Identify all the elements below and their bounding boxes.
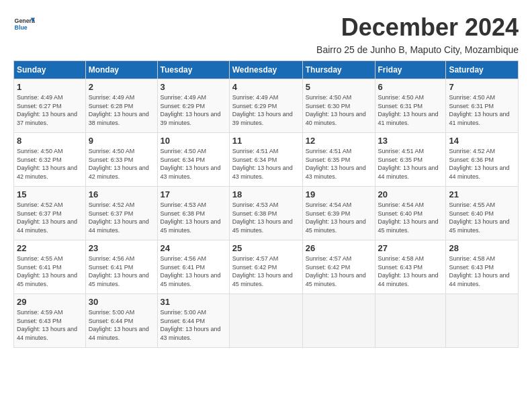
day-number: 29 bbox=[17, 297, 83, 307]
calendar-cell: 29Sunrise: 4:59 AMSunset: 6:43 PMDayligh… bbox=[14, 294, 86, 348]
calendar-table: SundayMondayTuesdayWednesdayThursdayFrid… bbox=[13, 60, 519, 348]
day-number: 17 bbox=[161, 189, 226, 199]
calendar-week-row: 8Sunrise: 4:50 AMSunset: 6:32 PMDaylight… bbox=[14, 133, 519, 187]
calendar-cell: 22Sunrise: 4:55 AMSunset: 6:41 PMDayligh… bbox=[14, 240, 86, 294]
calendar-cell: 25Sunrise: 4:57 AMSunset: 6:42 PMDayligh… bbox=[229, 240, 302, 294]
calendar-cell: 21Sunrise: 4:55 AMSunset: 6:40 PMDayligh… bbox=[446, 187, 519, 240]
day-info: Sunrise: 4:50 AMSunset: 6:31 PMDaylight:… bbox=[449, 93, 515, 127]
day-number: 5 bbox=[306, 82, 372, 92]
day-number: 14 bbox=[449, 136, 515, 146]
calendar-cell: 14Sunrise: 4:52 AMSunset: 6:36 PMDayligh… bbox=[446, 133, 519, 187]
calendar-cell: 4Sunrise: 4:49 AMSunset: 6:29 PMDaylight… bbox=[229, 79, 302, 133]
day-number: 9 bbox=[89, 136, 154, 146]
day-info: Sunrise: 4:54 AMSunset: 6:39 PMDaylight:… bbox=[306, 201, 372, 234]
calendar-cell: 17Sunrise: 4:53 AMSunset: 6:38 PMDayligh… bbox=[157, 187, 229, 240]
calendar-cell: 2Sunrise: 4:49 AMSunset: 6:28 PMDaylight… bbox=[85, 79, 157, 133]
calendar-week-row: 1Sunrise: 4:49 AMSunset: 6:27 PMDaylight… bbox=[14, 79, 519, 133]
day-number: 12 bbox=[306, 136, 372, 146]
calendar-cell: 8Sunrise: 4:50 AMSunset: 6:32 PMDaylight… bbox=[14, 133, 86, 187]
day-info: Sunrise: 4:50 AMSunset: 6:31 PMDaylight:… bbox=[378, 93, 443, 127]
day-number: 21 bbox=[449, 189, 515, 199]
day-info: Sunrise: 4:52 AMSunset: 6:36 PMDaylight:… bbox=[449, 147, 515, 181]
calendar-cell: 15Sunrise: 4:52 AMSunset: 6:37 PMDayligh… bbox=[14, 187, 86, 240]
day-info: Sunrise: 4:56 AMSunset: 6:41 PMDaylight:… bbox=[161, 255, 226, 288]
day-info: Sunrise: 4:57 AMSunset: 6:42 PMDaylight:… bbox=[232, 255, 300, 288]
calendar-cell: 5Sunrise: 4:50 AMSunset: 6:30 PMDaylight… bbox=[302, 79, 375, 133]
day-info: Sunrise: 4:49 AMSunset: 6:28 PMDaylight:… bbox=[89, 93, 154, 127]
day-info: Sunrise: 5:00 AMSunset: 6:44 PMDaylight:… bbox=[89, 308, 154, 342]
weekday-header: Monday bbox=[85, 61, 157, 79]
weekday-header: Thursday bbox=[302, 61, 375, 79]
calendar-cell: 7Sunrise: 4:50 AMSunset: 6:31 PMDaylight… bbox=[446, 79, 519, 133]
day-info: Sunrise: 4:56 AMSunset: 6:41 PMDaylight:… bbox=[89, 255, 154, 288]
day-info: Sunrise: 4:49 AMSunset: 6:29 PMDaylight:… bbox=[232, 93, 300, 127]
day-info: Sunrise: 4:50 AMSunset: 6:32 PMDaylight:… bbox=[17, 147, 83, 181]
calendar-week-row: 15Sunrise: 4:52 AMSunset: 6:37 PMDayligh… bbox=[14, 187, 519, 240]
calendar-cell: 28Sunrise: 4:58 AMSunset: 6:43 PMDayligh… bbox=[446, 240, 519, 294]
calendar-cell: 11Sunrise: 4:51 AMSunset: 6:34 PMDayligh… bbox=[229, 133, 302, 187]
calendar-week-row: 22Sunrise: 4:55 AMSunset: 6:41 PMDayligh… bbox=[14, 240, 519, 294]
weekday-header: Friday bbox=[375, 61, 446, 79]
calendar-cell bbox=[229, 294, 302, 348]
day-number: 26 bbox=[306, 243, 372, 253]
svg-text:Blue: Blue bbox=[15, 24, 28, 31]
day-info: Sunrise: 4:50 AMSunset: 6:33 PMDaylight:… bbox=[89, 147, 154, 181]
day-number: 8 bbox=[17, 136, 83, 146]
day-number: 2 bbox=[89, 82, 154, 92]
day-info: Sunrise: 4:53 AMSunset: 6:38 PMDaylight:… bbox=[161, 201, 226, 234]
day-number: 19 bbox=[306, 189, 372, 199]
day-info: Sunrise: 4:58 AMSunset: 6:43 PMDaylight:… bbox=[449, 255, 515, 288]
day-number: 31 bbox=[161, 297, 226, 307]
month-title: December 2024 bbox=[341, 13, 519, 42]
day-number: 3 bbox=[161, 82, 226, 92]
calendar-week-row: 29Sunrise: 4:59 AMSunset: 6:43 PMDayligh… bbox=[14, 294, 519, 348]
calendar-cell: 18Sunrise: 4:53 AMSunset: 6:38 PMDayligh… bbox=[229, 187, 302, 240]
day-info: Sunrise: 4:49 AMSunset: 6:27 PMDaylight:… bbox=[17, 93, 83, 127]
day-number: 7 bbox=[449, 82, 515, 92]
day-number: 10 bbox=[161, 136, 226, 146]
weekday-header: Wednesday bbox=[229, 61, 302, 79]
calendar-cell: 10Sunrise: 4:50 AMSunset: 6:34 PMDayligh… bbox=[157, 133, 229, 187]
calendar-cell: 26Sunrise: 4:57 AMSunset: 6:42 PMDayligh… bbox=[302, 240, 375, 294]
day-info: Sunrise: 4:50 AMSunset: 6:34 PMDaylight:… bbox=[161, 147, 226, 181]
day-number: 4 bbox=[232, 82, 300, 92]
day-info: Sunrise: 4:58 AMSunset: 6:43 PMDaylight:… bbox=[378, 255, 443, 288]
day-info: Sunrise: 4:51 AMSunset: 6:35 PMDaylight:… bbox=[306, 147, 372, 181]
day-info: Sunrise: 4:50 AMSunset: 6:30 PMDaylight:… bbox=[306, 93, 372, 127]
calendar-cell bbox=[302, 294, 375, 348]
calendar-cell: 20Sunrise: 4:54 AMSunset: 6:40 PMDayligh… bbox=[375, 187, 446, 240]
weekday-header: Tuesday bbox=[157, 61, 229, 79]
day-info: Sunrise: 4:51 AMSunset: 6:35 PMDaylight:… bbox=[378, 147, 443, 181]
day-number: 11 bbox=[232, 136, 300, 146]
calendar-cell: 23Sunrise: 4:56 AMSunset: 6:41 PMDayligh… bbox=[85, 240, 157, 294]
calendar-cell: 30Sunrise: 5:00 AMSunset: 6:44 PMDayligh… bbox=[85, 294, 157, 348]
day-info: Sunrise: 4:55 AMSunset: 6:41 PMDaylight:… bbox=[17, 255, 83, 288]
day-number: 28 bbox=[449, 243, 515, 253]
logo: General Blue bbox=[13, 13, 35, 35]
day-number: 20 bbox=[378, 189, 443, 199]
calendar-cell: 24Sunrise: 4:56 AMSunset: 6:41 PMDayligh… bbox=[157, 240, 229, 294]
day-number: 15 bbox=[17, 189, 83, 199]
weekday-header: Saturday bbox=[446, 61, 519, 79]
day-number: 6 bbox=[378, 82, 443, 92]
day-info: Sunrise: 5:00 AMSunset: 6:44 PMDaylight:… bbox=[161, 308, 226, 342]
weekday-header: Sunday bbox=[14, 61, 86, 79]
day-number: 24 bbox=[161, 243, 226, 253]
day-info: Sunrise: 4:52 AMSunset: 6:37 PMDaylight:… bbox=[89, 201, 154, 234]
day-info: Sunrise: 4:52 AMSunset: 6:37 PMDaylight:… bbox=[17, 201, 83, 234]
calendar-cell: 13Sunrise: 4:51 AMSunset: 6:35 PMDayligh… bbox=[375, 133, 446, 187]
calendar-cell: 27Sunrise: 4:58 AMSunset: 6:43 PMDayligh… bbox=[375, 240, 446, 294]
calendar-cell: 12Sunrise: 4:51 AMSunset: 6:35 PMDayligh… bbox=[302, 133, 375, 187]
calendar-cell: 16Sunrise: 4:52 AMSunset: 6:37 PMDayligh… bbox=[85, 187, 157, 240]
calendar-cell: 3Sunrise: 4:49 AMSunset: 6:29 PMDaylight… bbox=[157, 79, 229, 133]
day-info: Sunrise: 4:53 AMSunset: 6:38 PMDaylight:… bbox=[232, 201, 300, 234]
calendar-cell bbox=[375, 294, 446, 348]
calendar-cell: 31Sunrise: 5:00 AMSunset: 6:44 PMDayligh… bbox=[157, 294, 229, 348]
calendar-cell: 1Sunrise: 4:49 AMSunset: 6:27 PMDaylight… bbox=[14, 79, 86, 133]
day-number: 23 bbox=[89, 243, 154, 253]
day-number: 27 bbox=[378, 243, 443, 253]
calendar-cell: 9Sunrise: 4:50 AMSunset: 6:33 PMDaylight… bbox=[85, 133, 157, 187]
day-number: 22 bbox=[17, 243, 83, 253]
day-number: 13 bbox=[378, 136, 443, 146]
logo-icon: General Blue bbox=[13, 13, 35, 35]
